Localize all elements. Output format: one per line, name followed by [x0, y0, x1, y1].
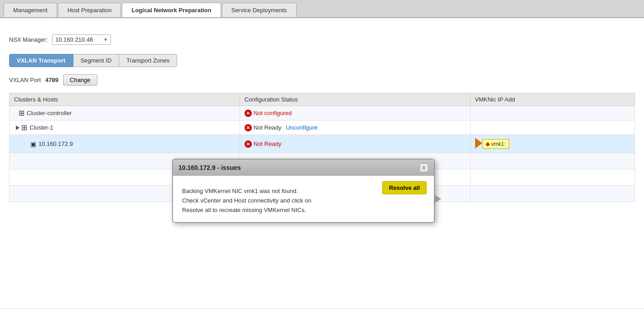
table-row: ⊞ Cluster-controller ✕ Not configured — [10, 106, 635, 121]
nsx-manager-value: 10.160.210.46 — [55, 36, 93, 43]
cluster-icon: ⊞ — [19, 109, 24, 117]
host-cell: ▣ 10.160.172.9 — [10, 135, 240, 153]
host-icon: ▣ — [30, 140, 36, 148]
table-row: ⊞ Cluster-1 ✕ Not Ready Unconfigure — [10, 121, 635, 135]
dropdown-arrow-icon: ▼ — [103, 37, 108, 42]
sub-tab-segment-id[interactable]: Segment ID — [73, 54, 120, 67]
error-icon: ✕ — [245, 110, 252, 117]
error-icon-3: ✕ — [245, 140, 252, 148]
popup-header: 10.160.172.9 - issues x — [173, 159, 434, 176]
col-header-clusters-hosts: Clusters & Hosts — [10, 93, 240, 106]
cluster-icon-2: ⊞ — [21, 123, 27, 132]
table-row: ▣ 10.160.172.9 ✕ Not Ready — [10, 135, 635, 153]
issues-popup: 10.160.172.9 - issues x Resolve all Back… — [172, 159, 435, 223]
host-status: Not Ready — [254, 140, 281, 147]
popup-connector-arrow — [434, 194, 441, 203]
tab-management[interactable]: Management — [4, 3, 57, 17]
host-vmknic-cell: ◆ vmk1: — [470, 135, 634, 153]
popup-body: Resolve all Backing VMKernel NIC vmk1 wa… — [173, 176, 434, 222]
vmknic-arrow-indicator — [475, 138, 482, 150]
nsx-manager-label: NSX Manager: — [9, 36, 48, 43]
tab-bar: Management Host Preparation Logical Netw… — [0, 0, 644, 18]
popup-title: 10.160.172.9 - issues — [178, 164, 241, 171]
cluster-controller-status: Not configured — [254, 110, 292, 116]
resolve-all-button[interactable]: Resolve all — [382, 181, 427, 194]
error-icon-2: ✕ — [245, 124, 252, 131]
cluster-1-status-cell: ✕ Not Ready Unconfigure — [240, 121, 470, 135]
vxlan-port-label: VXLAN Port — [9, 77, 41, 83]
sub-tabs: VXLAN Transport Segment ID Transport Zon… — [9, 54, 635, 67]
host-status-cell: ✕ Not Ready — [240, 135, 470, 153]
sub-tab-transport-zones[interactable]: Transport Zones — [119, 54, 177, 67]
warning-diamond-icon: ◆ — [485, 140, 490, 147]
nsx-manager-dropdown[interactable]: 10.160.210.46 ▼ — [52, 34, 111, 45]
expand-triangle-icon — [16, 126, 19, 130]
vxlan-port-row: VXLAN Port 4789 Change — [9, 74, 635, 86]
cluster-1-name: Cluster-1 — [29, 124, 53, 131]
change-vxlan-port-button[interactable]: Change — [63, 74, 97, 86]
vxlan-port-value: 4789 — [45, 77, 58, 83]
cluster-controller-cell: ⊞ Cluster-controller — [10, 106, 240, 121]
popup-close-button[interactable]: x — [419, 163, 428, 172]
vmknic-label: vmk1: — [491, 141, 506, 147]
tab-host-preparation[interactable]: Host Preparation — [58, 3, 121, 17]
main-content: NSX Manager: 10.160.210.46 ▼ VXLAN Trans… — [0, 18, 644, 308]
host-name: 10.160.172.9 — [38, 140, 73, 147]
vmknic-badge: ◆ vmk1: — [482, 139, 509, 149]
cluster-1-cell: ⊞ Cluster-1 — [10, 121, 240, 135]
cluster-controller-vmknic-cell — [470, 106, 634, 121]
col-header-vmknic-ip: VMKNic IP Add — [470, 93, 634, 106]
tab-logical-network-preparation[interactable]: Logical Network Preparation — [122, 3, 221, 17]
sub-tab-vxlan-transport[interactable]: VXLAN Transport — [9, 54, 73, 67]
col-header-config-status: Configuration Status — [240, 93, 470, 106]
cluster-controller-status-cell: ✕ Not configured — [240, 106, 470, 121]
nsx-manager-row: NSX Manager: 10.160.210.46 ▼ — [9, 34, 635, 45]
cluster-1-vmknic-cell — [470, 121, 634, 135]
cluster-1-status: Not Ready — [254, 124, 281, 131]
cluster-controller-name: Cluster-controller — [27, 110, 72, 116]
unconfigure-link[interactable]: Unconfigure — [286, 124, 317, 131]
tab-service-deployments[interactable]: Service Deployments — [222, 3, 297, 17]
